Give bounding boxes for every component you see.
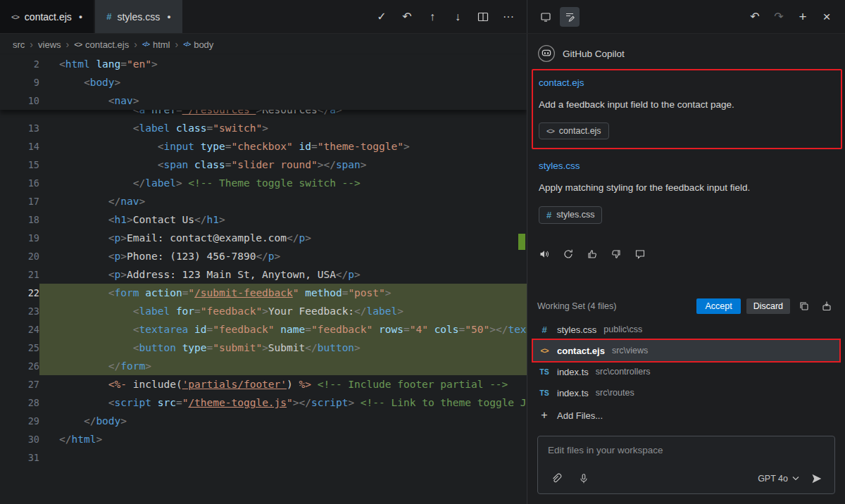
overview-ruler-modified-marker[interactable] xyxy=(518,234,525,250)
open-session-in-editor-icon[interactable] xyxy=(536,7,556,27)
next-change-icon[interactable]: ↓ xyxy=(448,7,468,27)
line-number[interactable]: 18 xyxy=(0,210,39,229)
code-text: <input type="checkbox" id="theme-toggle"… xyxy=(39,137,527,156)
line-number[interactable]: 30 xyxy=(0,430,39,448)
line-number[interactable]: 23 xyxy=(0,302,39,320)
feedback-comment-icon[interactable] xyxy=(630,245,649,264)
line-number[interactable]: 17 xyxy=(0,192,39,210)
code-text: <span class="slider round"></span> xyxy=(39,156,527,174)
body-symbol-icon: </> xyxy=(183,41,190,48)
thumbs-up-icon[interactable] xyxy=(582,245,601,264)
chat-input-toolbar: GPT 4o xyxy=(546,469,826,488)
working-set-row-contact-ejs[interactable]: <> contact.ejs src\views xyxy=(532,340,841,361)
code-line[interactable]: 14 <input type="checkbox" id="theme-togg… xyxy=(0,137,527,156)
line-number[interactable] xyxy=(0,110,39,119)
add-files-button[interactable]: + Add Files... xyxy=(532,405,841,426)
code-line[interactable]: 29 </body> xyxy=(0,412,527,430)
line-number[interactable]: 31 xyxy=(0,448,39,467)
code-line[interactable]: 27 <%- include('partials/footer') %> <!-… xyxy=(0,375,527,393)
code-line[interactable]: 26 </form> xyxy=(0,357,527,375)
compare-changes-icon[interactable] xyxy=(796,298,813,315)
thumbs-down-icon[interactable] xyxy=(606,245,625,264)
code-line[interactable]: 2<html lang="en"> xyxy=(0,55,527,73)
code-line[interactable]: 19 <p>Email: contact@example.com</p> xyxy=(0,229,527,247)
breadcrumb-html[interactable]: </> html xyxy=(142,39,170,50)
line-number[interactable]: 9 xyxy=(0,73,39,92)
discard-change-icon[interactable]: ↶ xyxy=(397,7,417,27)
code-line[interactable]: 10 <nav> xyxy=(0,92,527,110)
regenerate-icon[interactable] xyxy=(558,245,577,264)
code-line[interactable]: 16 </label> <!-- Theme toggle switch --> xyxy=(0,174,527,192)
code-line[interactable]: <a href="/resources">Resources</a> xyxy=(0,110,527,119)
code-line[interactable]: 17 </nav> xyxy=(0,192,527,210)
code-line[interactable]: 25 <button type="submit">Submit</button> xyxy=(0,339,527,357)
code-line[interactable]: 13 <label class="switch"> xyxy=(0,119,527,137)
modified-dot-icon[interactable]: ● xyxy=(79,13,82,20)
breadcrumb-views[interactable]: views xyxy=(38,39,61,50)
line-number[interactable]: 2 xyxy=(0,55,39,73)
line-number[interactable]: 28 xyxy=(0,393,39,412)
more-actions-icon[interactable]: ··· xyxy=(499,7,518,27)
line-number[interactable]: 21 xyxy=(0,265,39,284)
line-number[interactable]: 10 xyxy=(0,92,39,110)
working-set-row-index-ts-controllers[interactable]: TS index.ts src\controllers xyxy=(532,361,841,382)
css-file-icon: # xyxy=(106,11,111,22)
model-picker[interactable]: GPT 4o xyxy=(758,474,799,484)
line-number[interactable]: 13 xyxy=(0,119,39,137)
panel-spacer xyxy=(537,264,835,296)
send-button[interactable] xyxy=(808,470,826,488)
code-line[interactable]: 18 <h1>Contact Us</h1> xyxy=(0,210,527,229)
read-aloud-icon[interactable] xyxy=(534,245,553,264)
message-file-link[interactable]: contact.ejs xyxy=(539,77,584,88)
working-set-row-index-ts-routes[interactable]: TS index.ts src\routes xyxy=(532,382,841,403)
undo-edit-icon[interactable]: ↶ xyxy=(745,7,765,27)
code-text: </html> xyxy=(39,430,527,448)
line-number[interactable]: 27 xyxy=(0,375,39,393)
new-edit-session-icon[interactable]: + xyxy=(793,7,813,27)
file-chip-contact-ejs[interactable]: <> contact.ejs xyxy=(539,122,609,139)
accept-button[interactable]: Accept xyxy=(696,298,740,314)
code-line[interactable]: 23 <label for="feedback">Your Feedback:<… xyxy=(0,302,527,320)
code-line[interactable]: 9 <body> xyxy=(0,73,527,92)
tab-contact-ejs[interactable]: <> contact.ejs ● xyxy=(0,0,94,33)
line-number[interactable]: 26 xyxy=(0,357,39,375)
breadcrumb-src[interactable]: src xyxy=(13,39,25,50)
line-number[interactable]: 19 xyxy=(0,229,39,247)
line-number[interactable]: 14 xyxy=(0,137,39,156)
code-line[interactable]: 31 xyxy=(0,448,527,467)
line-number[interactable]: 15 xyxy=(0,156,39,174)
code-line[interactable]: 24 <textarea id="feedback" name="feedbac… xyxy=(0,320,527,339)
code-line[interactable]: 22 <form action="/submit-feedback" metho… xyxy=(0,284,527,302)
tab-styles-css[interactable]: # styles.css ● xyxy=(95,0,182,33)
line-number[interactable]: 29 xyxy=(0,412,39,430)
modified-dot-icon[interactable]: ● xyxy=(167,13,170,20)
code-line[interactable]: 15 <span class="slider round"></span> xyxy=(0,156,527,174)
breadcrumb-body[interactable]: </> body xyxy=(183,39,213,50)
code-text: </form> xyxy=(39,357,527,375)
code-line[interactable]: 28 <script src="/theme-toggle.js"></scri… xyxy=(0,393,527,412)
discard-button[interactable]: Discard xyxy=(746,298,790,314)
chat-input[interactable] xyxy=(546,444,826,456)
chevron-separator-icon: › xyxy=(175,39,178,50)
breadcrumb-contact-ejs[interactable]: <> contact.ejs xyxy=(74,39,129,50)
close-panel-icon[interactable]: × xyxy=(817,7,837,27)
edit-session-icon[interactable] xyxy=(560,7,580,27)
attach-context-icon[interactable] xyxy=(546,469,565,488)
file-chip-styles-css[interactable]: # styles.css xyxy=(539,206,602,224)
split-editor-icon[interactable] xyxy=(473,7,493,27)
line-number[interactable]: 22 xyxy=(0,284,39,302)
save-all-icon[interactable] xyxy=(818,298,835,315)
code-line[interactable]: 20 <p>Phone: (123) 456-7890</p> xyxy=(0,247,527,265)
redo-edit-icon[interactable]: ↷ xyxy=(769,7,789,27)
microphone-icon[interactable] xyxy=(574,469,593,488)
line-number[interactable]: 16 xyxy=(0,174,39,192)
message-file-link[interactable]: styles.css xyxy=(539,160,580,171)
line-number[interactable]: 20 xyxy=(0,247,39,265)
accept-change-icon[interactable]: ✓ xyxy=(372,7,392,27)
line-number[interactable]: 25 xyxy=(0,339,39,357)
code-line[interactable]: 21 <p>Address: 123 Main St, Anytown, USA… xyxy=(0,265,527,284)
code-line[interactable]: 30</html> xyxy=(0,430,527,448)
working-set-row-styles-css[interactable]: # styles.css public\css xyxy=(532,319,841,340)
previous-change-icon[interactable]: ↑ xyxy=(423,7,442,27)
line-number[interactable]: 24 xyxy=(0,320,39,339)
